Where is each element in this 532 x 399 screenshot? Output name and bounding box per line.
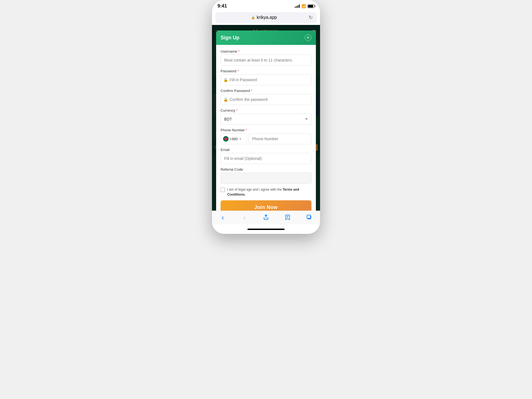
svg-rect-1 bbox=[307, 215, 310, 218]
currency-required: * bbox=[235, 108, 238, 112]
currency-label-form: Currency * bbox=[221, 108, 311, 112]
modal-header: Sign Up × bbox=[216, 30, 316, 45]
signup-modal: Sign Up × Username * Passw bbox=[216, 30, 316, 211]
username-input[interactable] bbox=[221, 55, 311, 66]
bottom-toolbar: ‹ › bbox=[212, 211, 320, 224]
url-bar[interactable]: 🔒 krikya.app ↻ bbox=[215, 12, 317, 23]
back-button[interactable]: ‹ bbox=[217, 212, 229, 224]
status-bar: 9:41 📶 bbox=[212, 0, 320, 12]
browser-content: ☰ 🦊 KRIKYA 💬 REFERRAL REFERRAL 1,000,000… bbox=[212, 25, 320, 211]
referral-code-group: Referral Code bbox=[221, 167, 311, 184]
home-indicator bbox=[212, 224, 320, 234]
username-required: * bbox=[237, 49, 240, 53]
tabs-button[interactable] bbox=[303, 212, 315, 224]
phone-required: * bbox=[245, 128, 247, 132]
modal-close-button[interactable]: × bbox=[305, 34, 311, 41]
password-input[interactable] bbox=[221, 74, 311, 85]
bookmark-icon bbox=[285, 214, 291, 221]
url-text: krikya.app bbox=[257, 15, 277, 20]
username-label: Username * bbox=[221, 49, 311, 53]
tabs-icon bbox=[306, 214, 312, 221]
terms-text-before: I am of legal age and i agree with the bbox=[227, 188, 283, 191]
confirm-password-input-wrapper: 🔒 bbox=[221, 94, 311, 105]
phone-row: +880 ▼ bbox=[221, 133, 311, 144]
forward-button[interactable]: › bbox=[238, 212, 250, 224]
home-indicator-bar bbox=[247, 229, 285, 230]
modal-overlay: Sign Up × Username * Passw bbox=[212, 25, 320, 211]
currency-group: Currency * BDT USD EUR bbox=[221, 108, 311, 125]
referral-code-input[interactable] bbox=[221, 173, 311, 184]
password-label: Password * bbox=[221, 69, 311, 73]
join-now-button[interactable]: Join Now bbox=[221, 200, 311, 211]
phone-number-group: Phone Number * +880 ▼ bbox=[221, 128, 311, 144]
phone-country-select[interactable]: +880 ▼ bbox=[221, 133, 247, 144]
phone-number-label: Phone Number * bbox=[221, 128, 311, 132]
share-icon bbox=[263, 214, 269, 221]
bangladesh-flag bbox=[223, 136, 229, 142]
modal-title: Sign Up bbox=[221, 35, 239, 41]
confirm-password-label: Confirm Password * bbox=[221, 89, 311, 93]
confirm-password-input[interactable] bbox=[221, 94, 311, 105]
password-input-wrapper: 🔒 bbox=[221, 74, 311, 85]
terms-checkbox[interactable] bbox=[221, 188, 225, 192]
terms-row: I am of legal age and i agree with the T… bbox=[221, 187, 311, 197]
back-icon: ‹ bbox=[222, 213, 224, 222]
confirm-lock-icon: 🔒 bbox=[223, 97, 228, 102]
username-group: Username * bbox=[221, 49, 311, 66]
country-code: +880 bbox=[230, 137, 238, 141]
forward-icon: › bbox=[243, 213, 246, 222]
share-button[interactable] bbox=[260, 212, 272, 224]
lock-icon: 🔒 bbox=[251, 16, 255, 19]
password-required: * bbox=[236, 69, 239, 73]
modal-body: Username * Password * 🔒 bbox=[216, 45, 316, 211]
email-input[interactable] bbox=[221, 153, 311, 164]
bookmark-button[interactable] bbox=[282, 212, 294, 224]
status-time: 9:41 bbox=[218, 3, 227, 9]
referral-code-label: Referral Code bbox=[221, 167, 311, 172]
email-label: Email bbox=[221, 148, 311, 152]
currency-select[interactable]: BDT USD EUR bbox=[221, 114, 311, 125]
email-group: Email bbox=[221, 148, 311, 164]
status-icons: 📶 bbox=[295, 4, 314, 8]
signal-icon bbox=[295, 4, 300, 8]
battery-icon bbox=[308, 4, 314, 8]
confirm-password-group: Confirm Password * 🔒 bbox=[221, 89, 311, 105]
wifi-icon: 📶 bbox=[301, 4, 306, 8]
password-group: Password * 🔒 bbox=[221, 69, 311, 85]
phone-number-input[interactable] bbox=[249, 133, 311, 144]
refresh-icon[interactable]: ↻ bbox=[309, 14, 313, 21]
password-lock-icon: 🔒 bbox=[223, 78, 228, 82]
terms-text: I am of legal age and i agree with the T… bbox=[227, 187, 311, 197]
phone-dropdown-arrow-icon: ▼ bbox=[239, 137, 242, 140]
confirm-password-required: * bbox=[250, 89, 252, 93]
